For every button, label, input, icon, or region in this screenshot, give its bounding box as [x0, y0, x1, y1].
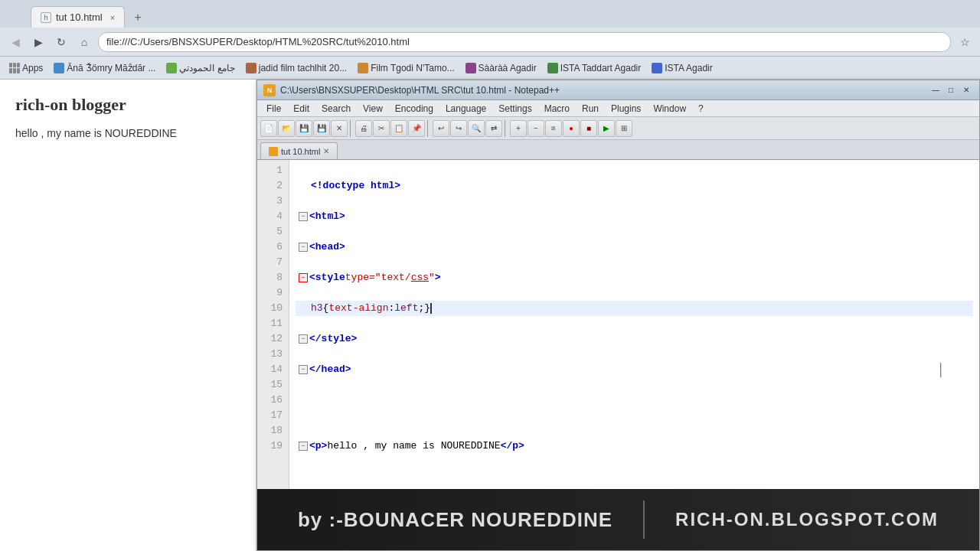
- menu-language[interactable]: Language: [439, 102, 492, 116]
- bookmark-4[interactable]: Film Tgodi N'Tamo...: [353, 61, 459, 75]
- code-style-val: "text/: [375, 270, 411, 285]
- toolbar-sep-3: [505, 120, 508, 137]
- menu-settings[interactable]: Settings: [492, 102, 537, 116]
- code-html-tag: <html>: [309, 209, 345, 224]
- code-colon: :: [388, 301, 394, 316]
- bookmark-page-icon: [652, 63, 662, 73]
- code-p-close: </p>: [501, 439, 524, 454]
- code-doctype: <!doctype html>: [311, 178, 400, 194]
- code-css-val: left: [394, 301, 418, 316]
- refresh-button[interactable]: ↻: [52, 33, 70, 51]
- notepad-titlebar: N C:\Users\BNSXSUPER\Desktop\HTML SRC\tu…: [257, 80, 979, 100]
- tab-page-icon: h: [41, 12, 51, 23]
- tb-close[interactable]: ✕: [331, 120, 348, 137]
- bookmark-apps[interactable]: Apps: [5, 61, 47, 75]
- code-semicolon: ;: [418, 301, 424, 316]
- tb-find[interactable]: 🔍: [468, 120, 485, 137]
- browser-chrome: h tut 10.html × + ◀ ▶ ↻ ⌂ file:///C:/Use…: [0, 0, 980, 80]
- tb-macro-play[interactable]: ▶: [598, 120, 615, 137]
- bookmark-6[interactable]: ISTA Taddart Agadir: [543, 61, 646, 75]
- menu-run[interactable]: Run: [576, 102, 605, 116]
- code-style-open: <style: [309, 270, 345, 285]
- home-button[interactable]: ⌂: [75, 33, 93, 51]
- bookmark-1[interactable]: Ānā Ǯömry Māẑdār ...: [49, 61, 160, 75]
- tb-copy[interactable]: 📋: [390, 120, 407, 137]
- bookmarks-bar: Apps Ānā Ǯömry Māẑdār ... جامع الحمودتي …: [0, 57, 980, 80]
- code-head-end: </head>: [309, 362, 351, 377]
- code-line-9: [296, 285, 973, 301]
- webpage-body: hello , my name is NOUREDDINE: [15, 127, 240, 139]
- code-line-8: − <style type= "text/ css " >: [296, 270, 973, 285]
- tab-title: tut 10.html: [56, 11, 103, 23]
- menu-macro[interactable]: Macro: [538, 102, 576, 116]
- tb-save[interactable]: 💾: [296, 120, 312, 137]
- back-button[interactable]: ◀: [6, 33, 24, 51]
- menu-encoding[interactable]: Encoding: [389, 102, 439, 116]
- bookmark-apps-label: Apps: [22, 63, 43, 73]
- fold-icon-style-end[interactable]: −: [299, 334, 308, 344]
- notepad-window-controls: — □ ✕: [929, 84, 973, 96]
- toolbar-sep-2: [427, 120, 430, 137]
- menu-help[interactable]: ?: [692, 102, 710, 116]
- new-tab-button[interactable]: +: [128, 8, 148, 28]
- notepad-minimize-button[interactable]: —: [929, 84, 942, 96]
- menu-window[interactable]: Window: [647, 102, 692, 116]
- notepad-tab-icon: [269, 147, 278, 156]
- bookmark-5[interactable]: Sààràà Agadir: [461, 61, 541, 75]
- menu-search[interactable]: Search: [315, 102, 357, 116]
- bookmark-3[interactable]: jadid film tachlhit 20...: [241, 61, 351, 75]
- code-line-6: − <head>: [296, 240, 973, 255]
- banner-right-text: RICH-ON.BLOGSPOT.COM: [675, 509, 939, 530]
- tab-close-icon[interactable]: ×: [110, 13, 115, 22]
- address-text: file:///C:/Users/BNSXSUPER/Desktop/HTML%…: [106, 36, 410, 47]
- tb-save-all[interactable]: 💾: [313, 120, 330, 137]
- tb-redo[interactable]: ↪: [450, 120, 467, 137]
- bookmark-star-icon[interactable]: ☆: [956, 33, 974, 51]
- forward-button[interactable]: ▶: [29, 33, 47, 51]
- fold-icon-head[interactable]: −: [299, 243, 308, 252]
- tb-macro-rec[interactable]: ●: [563, 120, 580, 137]
- bookmark-6-label: ISTA Taddart Agadir: [560, 63, 642, 73]
- tb-open[interactable]: 📂: [278, 120, 295, 137]
- tb-replace[interactable]: ⇄: [485, 120, 502, 137]
- menu-file[interactable]: File: [260, 102, 287, 116]
- fold-icon-p[interactable]: −: [299, 442, 308, 451]
- code-line-16: [296, 393, 973, 408]
- notepad-menubar: File Edit Search View Encoding Language …: [257, 100, 979, 117]
- fold-icon-html[interactable]: −: [299, 212, 308, 221]
- text-cursor: [430, 303, 432, 314]
- fold-icon-style[interactable]: −: [299, 273, 308, 282]
- tb-format[interactable]: ⊞: [616, 120, 632, 137]
- tb-macro-stop[interactable]: ■: [580, 120, 597, 137]
- tb-cut[interactable]: ✂: [373, 120, 390, 137]
- tb-undo[interactable]: ↩: [433, 120, 449, 137]
- tb-paste[interactable]: 📌: [408, 120, 425, 137]
- code-line-3: [296, 194, 973, 209]
- bookmark-page-icon: [358, 63, 368, 73]
- address-bar[interactable]: file:///C:/Users/BNSXSUPER/Desktop/HTML%…: [98, 32, 951, 52]
- notepad-app-icon: N: [263, 84, 276, 96]
- notepad-maximize-button[interactable]: □: [944, 84, 958, 96]
- notepad-editor[interactable]: 1 2 3 4 5 6 7 8 9 10 11 12 13 14 15 16 1…: [257, 160, 979, 550]
- tb-zoom-out[interactable]: −: [528, 120, 544, 137]
- notepad-toolbar: 📄 📂 💾 💾 ✕ 🖨 ✂ 📋 📌 ↩ ↪ 🔍 ⇄ + − ≡ ● ■ ▶ ⊞: [257, 117, 979, 140]
- code-line-18: [296, 423, 973, 439]
- menu-edit[interactable]: Edit: [287, 102, 315, 116]
- bookmark-7[interactable]: ISTA Agadir: [647, 61, 717, 75]
- code-line-5: [296, 224, 973, 240]
- browser-tab[interactable]: h tut 10.html ×: [31, 6, 125, 28]
- notepad-tab-close-icon[interactable]: ✕: [323, 147, 329, 155]
- notepad-close-button[interactable]: ✕: [959, 84, 973, 96]
- tb-new[interactable]: 📄: [260, 120, 277, 137]
- bottom-banner: by :-BOUNACER NOUREDDINE RICH-ON.BLOGSPO…: [257, 489, 979, 550]
- tb-print[interactable]: 🖨: [355, 120, 372, 137]
- code-style-end: </style>: [309, 331, 357, 347]
- menu-plugins[interactable]: Plugins: [605, 102, 647, 116]
- code-line-19: − <p> hello , my name is NOUREDDINE </p>: [296, 439, 973, 454]
- tb-indent[interactable]: ≡: [545, 120, 562, 137]
- bookmark-2[interactable]: جامع الحمودتي: [162, 61, 239, 75]
- fold-icon-head-end[interactable]: −: [299, 365, 308, 374]
- notepad-file-tab[interactable]: tut 10.html ✕: [260, 142, 338, 159]
- menu-view[interactable]: View: [357, 102, 389, 116]
- tb-zoom-in[interactable]: +: [510, 120, 527, 137]
